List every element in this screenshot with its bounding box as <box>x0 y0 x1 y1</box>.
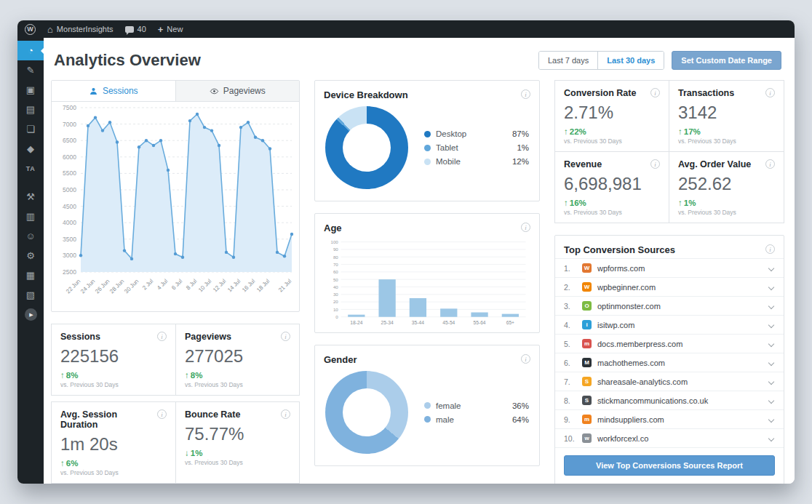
info-icon[interactable]: i <box>281 409 290 419</box>
card-title: Gender <box>324 354 357 365</box>
page-header: Analytics Overview Last 7 days Last 30 d… <box>54 51 781 70</box>
source-row-8[interactable]: 8.Sstickmancommunications.co.uk <box>555 391 784 409</box>
chart-icon: ▥ <box>26 211 35 222</box>
chevron-down-icon[interactable] <box>768 303 774 308</box>
sidebar-item-users[interactable]: ☺ <box>17 226 44 246</box>
sidebar-item-media[interactable]: ▣ <box>17 80 44 100</box>
sidebar-item-video[interactable]: ▶ <box>17 305 44 324</box>
new-content-menu[interactable]: + New <box>158 25 183 34</box>
hammer-icon: ⚒ <box>26 191 35 202</box>
sidebar-item-ta[interactable]: TA <box>17 159 44 178</box>
info-icon[interactable]: i <box>765 244 775 254</box>
age-bar-chart: 010203040506070809010018-2425-3435-4445-… <box>315 236 539 332</box>
info-icon[interactable]: i <box>765 159 775 169</box>
svg-text:35-44: 35-44 <box>412 320 424 325</box>
up-arrow-icon: ↑ <box>564 127 568 136</box>
info-icon[interactable]: i <box>281 332 290 341</box>
svg-text:7500: 7500 <box>63 104 76 111</box>
sources-footer: View Top Conversions Sources Report <box>555 447 784 484</box>
chevron-down-icon[interactable] <box>768 416 774 422</box>
chevron-down-icon[interactable] <box>768 265 774 271</box>
chart-tabs: Sessions Pageviews <box>52 81 299 102</box>
source-domain: shareasale-analytics.com <box>597 377 763 386</box>
last-30-days-button[interactable]: Last 30 days <box>597 52 664 69</box>
svg-text:90: 90 <box>333 247 338 252</box>
sidebar-item-settings[interactable]: ⚙ <box>17 246 44 265</box>
svg-text:18-24: 18-24 <box>350 320 362 325</box>
stats-summary: Sessionsi 225156 ↑8% vs. Previous 30 Day… <box>51 324 300 484</box>
comments-menu[interactable]: 40 <box>125 25 146 33</box>
view-top-conversions-report-button[interactable]: View Top Conversions Sources Report <box>564 455 775 476</box>
source-row-6[interactable]: 6.Mmachothemes.com <box>555 353 784 372</box>
stats-row-2: Avg. Session Durationi 1m 20s ↑6% vs. Pr… <box>51 401 300 484</box>
chevron-down-icon[interactable] <box>768 284 774 289</box>
info-icon[interactable]: i <box>650 88 660 97</box>
site-menu[interactable]: ⌂ MonsterInsights <box>47 25 114 34</box>
info-icon[interactable]: i <box>521 223 530 232</box>
svg-text:24 Jun: 24 Jun <box>79 278 96 295</box>
sidebar-item-shield[interactable]: ◆ <box>17 139 44 159</box>
wp-sidebar: ◔ ✎ ▣ ▤ ❏ ◆ TA ⚒ ▥ ☺ ⚙ ▦ ▧ ▶ <box>17 38 44 484</box>
wp-logo-menu[interactable]: W <box>25 24 36 35</box>
source-row-9[interactable]: 9.mmindsuppliers.com <box>555 409 784 428</box>
sidebar-item-posts[interactable]: ✎ <box>17 60 44 80</box>
donut-hole <box>343 124 391 172</box>
svg-text:12 Jul: 12 Jul <box>212 278 228 294</box>
metric-delta-value: 1% <box>684 199 696 207</box>
sidebar-item-monsterinsights[interactable]: ◔ <box>17 41 44 60</box>
source-row-1[interactable]: 1.Wwpforms.com <box>555 258 784 277</box>
favicon-mindsuppliers: m <box>582 415 592 424</box>
source-rank: 5. <box>564 340 576 348</box>
source-domain: wpbeginner.com <box>597 283 763 292</box>
tab-sessions-label: Sessions <box>103 86 138 96</box>
svg-text:26 Jun: 26 Jun <box>94 278 111 295</box>
tab-sessions[interactable]: Sessions <box>52 81 176 101</box>
source-row-3[interactable]: 3.Ooptinmonster.com <box>555 296 784 315</box>
sidebar-item-charts[interactable]: ▥ <box>17 207 44 226</box>
chevron-down-icon[interactable] <box>768 435 774 441</box>
source-row-10[interactable]: 10.wworkforcexl.co <box>555 428 784 447</box>
metric-value: 6,698,981 <box>564 174 660 194</box>
wordpress-logo-icon: W <box>25 24 36 35</box>
legend-item-mobile: Mobile12% <box>424 157 529 166</box>
info-icon[interactable]: i <box>650 159 660 169</box>
source-row-2[interactable]: 2.Wwpbeginner.com <box>555 277 784 296</box>
set-custom-date-range-button[interactable]: Set Custom Date Range <box>672 51 781 70</box>
svg-text:30 Jun: 30 Jun <box>123 278 140 295</box>
metric-label: Transactions <box>678 88 734 98</box>
info-icon[interactable]: i <box>521 89 530 99</box>
tab-pageviews[interactable]: Pageviews <box>176 81 300 101</box>
info-icon[interactable]: i <box>521 354 530 364</box>
metric-value: 252.62 <box>678 174 775 194</box>
chevron-down-icon[interactable] <box>768 340 774 346</box>
page-title: Analytics Overview <box>54 51 201 70</box>
info-icon[interactable]: i <box>157 332 167 341</box>
svg-text:16 Jul: 16 Jul <box>241 278 257 294</box>
info-icon[interactable]: i <box>765 88 775 97</box>
person-icon <box>89 87 98 96</box>
info-icon[interactable]: i <box>157 409 167 419</box>
sidebar-item-comments[interactable]: ❏ <box>17 119 44 139</box>
chevron-down-icon[interactable] <box>768 397 774 403</box>
source-domain: wpforms.com <box>597 264 763 273</box>
sidebar-item-pages[interactable]: ▤ <box>17 100 44 119</box>
legend-dot <box>424 131 431 137</box>
source-row-4[interactable]: 4.iisitwp.com <box>555 315 784 334</box>
gender-legend: female36% male64% <box>424 401 529 424</box>
stat-card-avg-session-duration: Avg. Session Durationi 1m 20s ↑6% vs. Pr… <box>52 402 175 483</box>
legend-dot <box>424 159 431 165</box>
source-row-7[interactable]: 7.Sshareasale-analytics.com <box>555 372 784 391</box>
source-rank: 9. <box>564 415 576 424</box>
up-arrow-icon: ↑ <box>185 371 189 380</box>
source-row-5[interactable]: 5.mdocs.memberpress.com <box>555 334 784 353</box>
chevron-down-icon[interactable] <box>768 378 774 384</box>
source-domain: isitwp.com <box>597 321 763 329</box>
donut-hole <box>343 388 391 436</box>
sidebar-item-tools[interactable]: ⚒ <box>17 187 44 207</box>
chevron-down-icon[interactable] <box>768 321 774 327</box>
last-7-days-button[interactable]: Last 7 days <box>539 52 597 69</box>
sidebar-item-grid[interactable]: ▦ <box>17 265 44 285</box>
chevron-down-icon[interactable] <box>768 359 774 365</box>
sidebar-item-gallery[interactable]: ▧ <box>17 285 44 305</box>
svg-text:0: 0 <box>335 314 338 319</box>
